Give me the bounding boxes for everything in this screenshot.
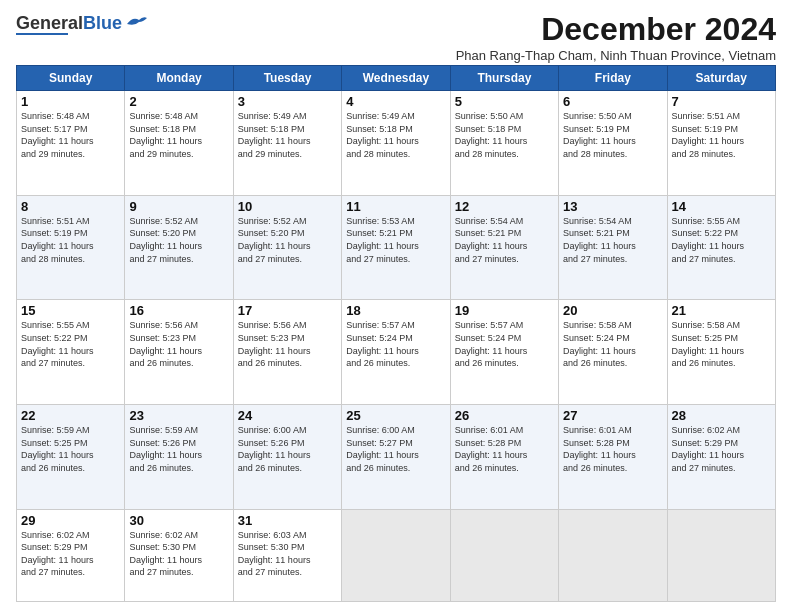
day-number: 8 xyxy=(21,199,120,214)
day-info: Sunrise: 5:58 AM Sunset: 5:25 PM Dayligh… xyxy=(672,319,771,369)
month-title: December 2024 xyxy=(456,12,776,47)
calendar-cell: 27Sunrise: 6:01 AM Sunset: 5:28 PM Dayli… xyxy=(559,404,667,509)
weekday-header-wednesday: Wednesday xyxy=(342,66,450,91)
calendar-cell: 1Sunrise: 5:48 AM Sunset: 5:17 PM Daylig… xyxy=(17,91,125,196)
day-number: 12 xyxy=(455,199,554,214)
day-info: Sunrise: 5:52 AM Sunset: 5:20 PM Dayligh… xyxy=(129,215,228,265)
day-info: Sunrise: 6:01 AM Sunset: 5:28 PM Dayligh… xyxy=(563,424,662,474)
calendar-cell: 29Sunrise: 6:02 AM Sunset: 5:29 PM Dayli… xyxy=(17,509,125,601)
calendar-cell: 11Sunrise: 5:53 AM Sunset: 5:21 PM Dayli… xyxy=(342,195,450,300)
day-info: Sunrise: 5:56 AM Sunset: 5:23 PM Dayligh… xyxy=(129,319,228,369)
day-info: Sunrise: 6:02 AM Sunset: 5:29 PM Dayligh… xyxy=(672,424,771,474)
weekday-header-monday: Monday xyxy=(125,66,233,91)
calendar-cell: 24Sunrise: 6:00 AM Sunset: 5:26 PM Dayli… xyxy=(233,404,341,509)
logo-general: General xyxy=(16,13,83,33)
calendar-cell: 21Sunrise: 5:58 AM Sunset: 5:25 PM Dayli… xyxy=(667,300,775,405)
calendar-cell: 15Sunrise: 5:55 AM Sunset: 5:22 PM Dayli… xyxy=(17,300,125,405)
day-info: Sunrise: 5:48 AM Sunset: 5:18 PM Dayligh… xyxy=(129,110,228,160)
day-number: 27 xyxy=(563,408,662,423)
calendar-cell: 12Sunrise: 5:54 AM Sunset: 5:21 PM Dayli… xyxy=(450,195,558,300)
calendar-cell: 3Sunrise: 5:49 AM Sunset: 5:18 PM Daylig… xyxy=(233,91,341,196)
calendar-cell: 9Sunrise: 5:52 AM Sunset: 5:20 PM Daylig… xyxy=(125,195,233,300)
day-number: 24 xyxy=(238,408,337,423)
calendar-cell xyxy=(450,509,558,601)
logo-underline xyxy=(16,33,68,35)
day-info: Sunrise: 5:53 AM Sunset: 5:21 PM Dayligh… xyxy=(346,215,445,265)
day-number: 10 xyxy=(238,199,337,214)
day-info: Sunrise: 5:54 AM Sunset: 5:21 PM Dayligh… xyxy=(563,215,662,265)
calendar-cell: 14Sunrise: 5:55 AM Sunset: 5:22 PM Dayli… xyxy=(667,195,775,300)
day-info: Sunrise: 5:51 AM Sunset: 5:19 PM Dayligh… xyxy=(21,215,120,265)
day-number: 11 xyxy=(346,199,445,214)
weekday-header-thursday: Thursday xyxy=(450,66,558,91)
day-number: 1 xyxy=(21,94,120,109)
calendar-cell: 31Sunrise: 6:03 AM Sunset: 5:30 PM Dayli… xyxy=(233,509,341,601)
calendar-cell: 26Sunrise: 6:01 AM Sunset: 5:28 PM Dayli… xyxy=(450,404,558,509)
header: GeneralBlue December 2024 Phan Rang-Thap… xyxy=(16,12,776,63)
day-info: Sunrise: 5:55 AM Sunset: 5:22 PM Dayligh… xyxy=(672,215,771,265)
day-info: Sunrise: 5:48 AM Sunset: 5:17 PM Dayligh… xyxy=(21,110,120,160)
day-number: 19 xyxy=(455,303,554,318)
day-number: 28 xyxy=(672,408,771,423)
day-number: 25 xyxy=(346,408,445,423)
day-info: Sunrise: 5:51 AM Sunset: 5:19 PM Dayligh… xyxy=(672,110,771,160)
day-info: Sunrise: 6:03 AM Sunset: 5:30 PM Dayligh… xyxy=(238,529,337,579)
day-info: Sunrise: 5:49 AM Sunset: 5:18 PM Dayligh… xyxy=(346,110,445,160)
day-info: Sunrise: 5:57 AM Sunset: 5:24 PM Dayligh… xyxy=(346,319,445,369)
calendar-cell: 19Sunrise: 5:57 AM Sunset: 5:24 PM Dayli… xyxy=(450,300,558,405)
calendar-cell: 5Sunrise: 5:50 AM Sunset: 5:18 PM Daylig… xyxy=(450,91,558,196)
day-number: 20 xyxy=(563,303,662,318)
day-number: 6 xyxy=(563,94,662,109)
calendar-cell: 22Sunrise: 5:59 AM Sunset: 5:25 PM Dayli… xyxy=(17,404,125,509)
day-info: Sunrise: 6:00 AM Sunset: 5:26 PM Dayligh… xyxy=(238,424,337,474)
day-number: 18 xyxy=(346,303,445,318)
day-number: 14 xyxy=(672,199,771,214)
calendar-table: SundayMondayTuesdayWednesdayThursdayFrid… xyxy=(16,65,776,602)
logo-blue: Blue xyxy=(83,13,122,33)
day-info: Sunrise: 5:50 AM Sunset: 5:18 PM Dayligh… xyxy=(455,110,554,160)
day-number: 23 xyxy=(129,408,228,423)
day-number: 4 xyxy=(346,94,445,109)
day-number: 5 xyxy=(455,94,554,109)
calendar-cell xyxy=(342,509,450,601)
day-number: 22 xyxy=(21,408,120,423)
day-info: Sunrise: 5:59 AM Sunset: 5:26 PM Dayligh… xyxy=(129,424,228,474)
calendar-cell: 23Sunrise: 5:59 AM Sunset: 5:26 PM Dayli… xyxy=(125,404,233,509)
calendar-cell: 16Sunrise: 5:56 AM Sunset: 5:23 PM Dayli… xyxy=(125,300,233,405)
weekday-header-tuesday: Tuesday xyxy=(233,66,341,91)
calendar-cell: 20Sunrise: 5:58 AM Sunset: 5:24 PM Dayli… xyxy=(559,300,667,405)
day-number: 26 xyxy=(455,408,554,423)
day-number: 30 xyxy=(129,513,228,528)
calendar-cell: 25Sunrise: 6:00 AM Sunset: 5:27 PM Dayli… xyxy=(342,404,450,509)
day-info: Sunrise: 6:02 AM Sunset: 5:29 PM Dayligh… xyxy=(21,529,120,579)
calendar-cell xyxy=(559,509,667,601)
calendar-cell: 8Sunrise: 5:51 AM Sunset: 5:19 PM Daylig… xyxy=(17,195,125,300)
day-number: 2 xyxy=(129,94,228,109)
day-number: 15 xyxy=(21,303,120,318)
day-info: Sunrise: 6:00 AM Sunset: 5:27 PM Dayligh… xyxy=(346,424,445,474)
day-number: 21 xyxy=(672,303,771,318)
calendar-cell xyxy=(667,509,775,601)
location-subtitle: Phan Rang-Thap Cham, Ninh Thuan Province… xyxy=(456,48,776,63)
day-info: Sunrise: 5:54 AM Sunset: 5:21 PM Dayligh… xyxy=(455,215,554,265)
calendar-cell: 10Sunrise: 5:52 AM Sunset: 5:20 PM Dayli… xyxy=(233,195,341,300)
day-info: Sunrise: 5:58 AM Sunset: 5:24 PM Dayligh… xyxy=(563,319,662,369)
weekday-header-row: SundayMondayTuesdayWednesdayThursdayFrid… xyxy=(17,66,776,91)
day-info: Sunrise: 5:57 AM Sunset: 5:24 PM Dayligh… xyxy=(455,319,554,369)
day-number: 9 xyxy=(129,199,228,214)
logo: GeneralBlue xyxy=(16,14,147,35)
calendar-cell: 13Sunrise: 5:54 AM Sunset: 5:21 PM Dayli… xyxy=(559,195,667,300)
day-number: 7 xyxy=(672,94,771,109)
day-info: Sunrise: 5:49 AM Sunset: 5:18 PM Dayligh… xyxy=(238,110,337,160)
calendar-cell: 30Sunrise: 6:02 AM Sunset: 5:30 PM Dayli… xyxy=(125,509,233,601)
day-number: 31 xyxy=(238,513,337,528)
calendar-cell: 7Sunrise: 5:51 AM Sunset: 5:19 PM Daylig… xyxy=(667,91,775,196)
day-info: Sunrise: 5:50 AM Sunset: 5:19 PM Dayligh… xyxy=(563,110,662,160)
page: GeneralBlue December 2024 Phan Rang-Thap… xyxy=(0,0,792,612)
calendar-cell: 18Sunrise: 5:57 AM Sunset: 5:24 PM Dayli… xyxy=(342,300,450,405)
day-number: 17 xyxy=(238,303,337,318)
day-info: Sunrise: 5:59 AM Sunset: 5:25 PM Dayligh… xyxy=(21,424,120,474)
weekday-header-sunday: Sunday xyxy=(17,66,125,91)
day-info: Sunrise: 6:02 AM Sunset: 5:30 PM Dayligh… xyxy=(129,529,228,579)
calendar-cell: 28Sunrise: 6:02 AM Sunset: 5:29 PM Dayli… xyxy=(667,404,775,509)
